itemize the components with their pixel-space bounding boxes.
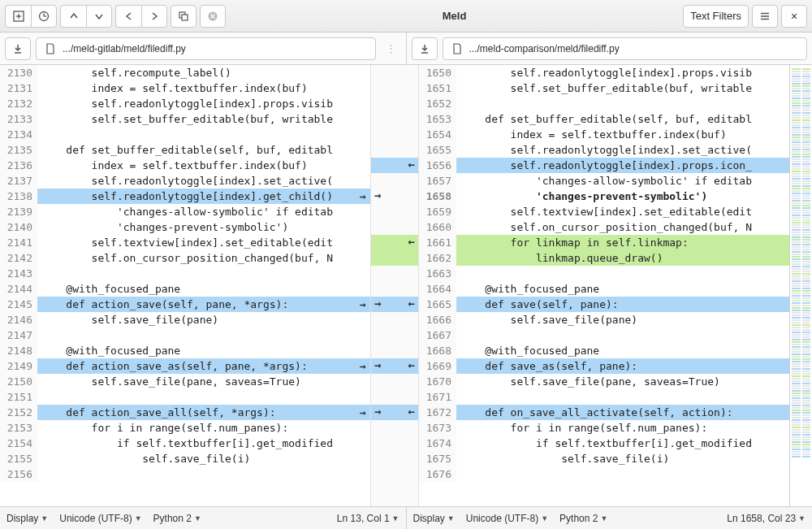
cursor-position[interactable]: Ln 1658, Col 23▼ [727, 513, 806, 524]
forward-button[interactable] [141, 5, 167, 28]
code-line[interactable]: 2144 @with_focused_pane [0, 281, 370, 297]
recent-button[interactable] [31, 5, 57, 28]
code-line[interactable]: 1654 index = self.textbuffer.index(buf) [419, 127, 789, 142]
code-line[interactable]: 2145 def action_save(self, pane, *args):… [0, 297, 370, 312]
line-number: 1653 [419, 111, 456, 127]
code-line[interactable]: 1674 if self.textbuffer[i].get_modified [419, 436, 789, 451]
code-line[interactable]: 1657 'changes-allow-symbolic' if editab [419, 173, 789, 189]
code-line[interactable]: 2150 self.save_file(pane, saveas=True) [0, 374, 370, 389]
display-menu[interactable]: Display▼ [6, 513, 48, 524]
code-line[interactable]: 1668 @with_focused_pane [419, 343, 789, 358]
code-line[interactable]: 1667 [419, 327, 789, 343]
push-right-icon[interactable]: → [356, 405, 370, 420]
code-line[interactable]: 2132 self.readonlytoggle[index].props.vi… [0, 96, 370, 111]
next-diff-button[interactable] [86, 5, 112, 28]
code-line[interactable]: 1655 self.readonlytoggle[index].set_acti… [419, 142, 789, 158]
pane-drag-handle[interactable]: ⋮ [381, 42, 401, 54]
code-line[interactable]: 2152 def action_save_all(self, *args):→ [0, 405, 370, 420]
code-line[interactable]: 1650 self.readonlytoggle[index].props.vi… [419, 65, 789, 80]
code-line[interactable]: 2136 index = self.textbuffer.index(buf) [0, 158, 370, 173]
close-button[interactable]: × [781, 5, 807, 28]
code-line[interactable]: 2156 [0, 466, 370, 482]
code-line[interactable]: 1651 self.set_buffer_editable(buf, writa… [419, 80, 789, 96]
code-line[interactable]: 2141 self.textview[index].set_editable(e… [0, 235, 370, 250]
code-line[interactable]: 2134 [0, 127, 370, 142]
encoding-menu[interactable]: Unicode (UTF-8)▼ [466, 513, 548, 524]
left-pane[interactable]: 2130 self.recompute_label()2131 index = … [0, 65, 370, 506]
code-line[interactable]: 1658 'changes-prevent-symbolic') [419, 189, 789, 204]
code-line[interactable]: 1662 linkmap.queue_draw() [419, 250, 789, 266]
push-right-icon[interactable]: → [356, 358, 370, 374]
code-line[interactable]: 1659 self.textview[index].set_editable(e… [419, 204, 789, 219]
merge-right-icon[interactable]: → [374, 358, 381, 371]
merge-left-icon[interactable]: ← [408, 358, 415, 371]
code-line[interactable]: 2154 if self.textbuffer[i].get_modified [0, 436, 370, 451]
code-line[interactable]: 1669 def save_as(self, pane): [419, 358, 789, 374]
display-menu[interactable]: Display▼ [413, 513, 455, 524]
merge-right-icon[interactable]: → [374, 297, 381, 310]
minimap-stripe [802, 190, 810, 192]
code-line[interactable]: 2143 [0, 266, 370, 281]
code-line[interactable]: 2139 'changes-allow-symbolic' if editab [0, 204, 370, 219]
code-line[interactable]: 2155 self.save_file(i) [0, 451, 370, 466]
code-line[interactable]: 2137 self.readonlytoggle[index].set_acti… [0, 173, 370, 189]
encoding-menu[interactable]: Unicode (UTF-8)▼ [59, 513, 141, 524]
push-right-icon[interactable]: → [356, 297, 370, 312]
code-line[interactable]: 2138 self.readonlytoggle[index].get_chil… [0, 189, 370, 204]
code-line[interactable]: 2147 [0, 327, 370, 343]
new-tab-button[interactable] [5, 5, 31, 28]
push-right-icon[interactable]: → [356, 189, 370, 204]
code-line[interactable]: 2131 index = self.textbuffer.index(buf) [0, 80, 370, 96]
language-menu[interactable]: Python 2▼ [153, 513, 201, 524]
code-line[interactable]: 1665 def save(self, pane): [419, 297, 789, 312]
save-left-button[interactable] [5, 37, 31, 60]
merge-right-icon[interactable]: → [374, 405, 381, 418]
minimap-stripe [802, 278, 810, 280]
code-line[interactable]: 1661 for linkmap in self.linkmap: [419, 235, 789, 250]
file-path-right[interactable]: .../meld-comparison/meld/filediff.py [443, 37, 808, 60]
back-button[interactable] [115, 5, 141, 28]
code-line[interactable]: 1656 self.readonlytoggle[index].props.ic… [419, 158, 789, 173]
code-line[interactable]: 1653 def set_buffer_editable(self, buf, … [419, 111, 789, 127]
code-line[interactable]: 2153 for i in range(self.num_panes): [0, 420, 370, 436]
code-line[interactable]: 1676 [419, 466, 789, 482]
merge-left-icon[interactable]: ← [408, 158, 415, 171]
right-pane[interactable]: 1650 self.readonlytoggle[index].props.vi… [419, 65, 789, 506]
code-line[interactable]: 2151 [0, 389, 370, 405]
hamburger-menu-button[interactable] [752, 5, 778, 28]
save-right-button[interactable] [412, 37, 438, 60]
merge-left-icon[interactable]: ← [408, 405, 415, 418]
code-line[interactable]: 1666 self.save_file(pane) [419, 312, 789, 327]
code-text: self.readonlytoggle[index].set_active( [456, 142, 789, 158]
code-line[interactable]: 2148 @with_focused_pane [0, 343, 370, 358]
code-line[interactable]: 1670 self.save_file(pane, saveas=True) [419, 374, 789, 389]
stop-button[interactable] [200, 5, 226, 28]
file-path-left[interactable]: .../meld-gitlab/meld/filediff.py [36, 37, 376, 60]
prev-diff-button[interactable] [60, 5, 86, 28]
cursor-position[interactable]: Ln 13, Col 1▼ [337, 513, 400, 524]
minimap-stripe [802, 232, 810, 233]
code-line[interactable]: 2133 self.set_buffer_editable(buf, writa… [0, 111, 370, 127]
code-line[interactable]: 2135 def set_buffer_editable(self, buf, … [0, 142, 370, 158]
language-menu[interactable]: Python 2▼ [559, 513, 607, 524]
code-line[interactable]: 2149 def action_save_as(self, pane, *arg… [0, 358, 370, 374]
merge-right-icon[interactable]: → [374, 189, 381, 202]
text-filters-button[interactable]: Text Filters [683, 5, 749, 28]
code-line[interactable]: 1672 def on_save_all_activate(self, acti… [419, 405, 789, 420]
code-line[interactable]: 1660 self.on_cursor_position_changed(buf… [419, 219, 789, 235]
code-line[interactable]: 2146 self.save_file(pane) [0, 312, 370, 327]
code-line[interactable]: 2130 self.recompute_label() [0, 65, 370, 80]
code-line[interactable]: 1675 self.save_file(i) [419, 451, 789, 466]
minimap[interactable] [789, 65, 812, 506]
code-line[interactable]: 1671 [419, 389, 789, 405]
merge-left-icon[interactable]: ← [408, 235, 415, 248]
code-line[interactable]: 2142 self.on_cursor_position_changed(buf… [0, 250, 370, 266]
merge-left-icon[interactable]: ← [408, 297, 415, 310]
code-line[interactable]: 2140 'changes-prevent-symbolic') [0, 219, 370, 235]
copy-button[interactable] [171, 5, 197, 28]
minimap-stripe [792, 173, 801, 175]
code-line[interactable]: 1664 @with_focused_pane [419, 281, 789, 297]
code-line[interactable]: 1663 [419, 266, 789, 281]
code-line[interactable]: 1652 [419, 96, 789, 111]
code-line[interactable]: 1673 for i in range(self.num_panes): [419, 420, 789, 436]
